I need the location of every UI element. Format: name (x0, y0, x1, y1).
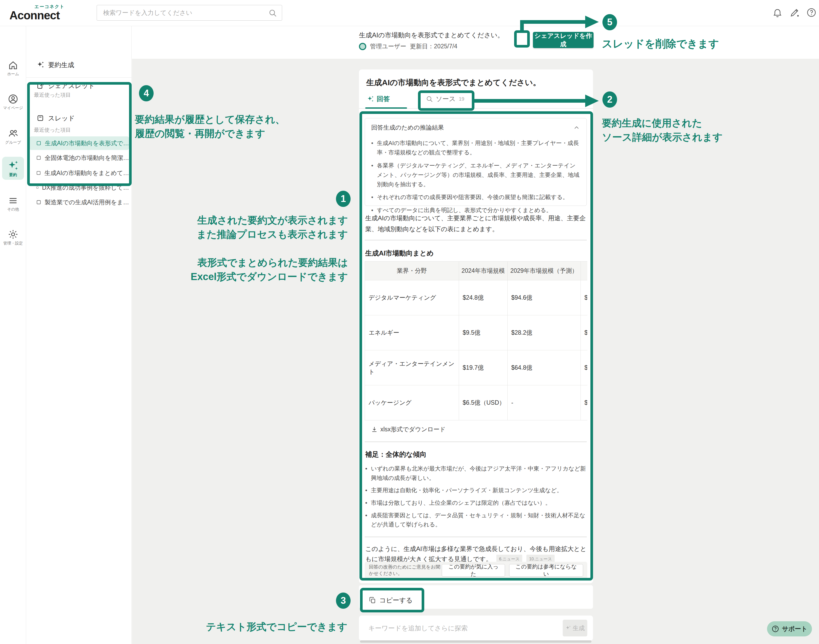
annotation-text-3: テキスト形式でコピーできます (180, 620, 347, 634)
sparkles-icon (367, 95, 374, 103)
composer: 生成 (359, 615, 593, 641)
thread-icon (36, 170, 41, 176)
history-item[interactable]: DX推進の成功事例を抜粋して… (29, 181, 129, 195)
supplement-bullet: 成長阻害要因としては、データ品質・セキュリティ・規制・知財・技術人材不足などが共… (371, 511, 587, 529)
sidebar-item-mypage[interactable]: マイページ (0, 94, 26, 110)
global-search (97, 5, 282, 21)
market-table[interactable]: 業界・分野 2024年市場規模 2029年市場規模（予測） 20 デジタルマーケ… (365, 261, 587, 421)
thread-icon (37, 114, 44, 122)
answer-card: 生成AIの市場動向を表形式でまとめてください。 回答 ソース 19 回答生成のた… (359, 69, 593, 583)
sidebar-item-other[interactable]: その他 (0, 195, 26, 212)
sparkles-icon (37, 61, 44, 69)
support-button[interactable]: サポート (767, 621, 812, 636)
share-thread-icon (37, 82, 44, 90)
answer-title: 生成AIの市場動向を表形式でまとめてください。 (366, 77, 541, 88)
create-share-thread-button[interactable]: シェアスレッドを作成 (533, 32, 594, 48)
thread-icon (36, 155, 41, 161)
mypage-icon (8, 94, 18, 104)
download-icon (371, 426, 378, 433)
annotation-box-more (514, 30, 530, 48)
divider (365, 240, 587, 240)
thread-icon (36, 140, 42, 147)
col-header: 20 (581, 262, 587, 280)
thread-prompt: 生成AIの市場動向を表形式でまとめてください。 (359, 31, 504, 40)
thread-user: 管理ユーザー (370, 42, 406, 51)
top-bar: エーコネクト Aconnect (0, 0, 819, 26)
reasoning-title: 回答生成のための推論結果 (371, 124, 444, 132)
supplement-bullet: 主要用途は自動化・効率化・パーソナライズ・新規コンテンツ生成など。 (371, 486, 563, 495)
sidebar-item-summary-generate[interactable]: 要約生成 (26, 58, 132, 72)
brand-name: Aconnect (9, 10, 77, 21)
sparkles-icon (565, 625, 571, 631)
annotation-text-5: スレッドを削除できます (602, 37, 719, 51)
reasoning-bullet: それぞれの市場での成長要因や阻害要因、今後の展望も簡潔に記載する。 (377, 193, 569, 202)
reasoning-bullet: 生成AIの市場動向について、業界別・用途別・地域別・主要プレイヤー・成長率・市場… (377, 138, 580, 158)
chevron-up-icon[interactable] (573, 124, 580, 132)
tab-active-underline (365, 107, 407, 109)
download-xlsx-link[interactable]: xlsx形式でダウンロード (371, 425, 446, 434)
sidebar-item-summary[interactable]: 要約 (0, 160, 26, 177)
feedback-pen-icon[interactable] (790, 7, 800, 18)
summary-sidebar: 要約生成 シェアスレッド 最近使った項目 スレッド 最近使った項目 生成AIの市… (26, 26, 132, 644)
annotation-text-4: 要約結果が履歴として保存され、 履歴の閲覧・再開ができます (135, 112, 285, 141)
sidebar-item-group[interactable]: グループ (0, 128, 26, 145)
table-row: エネルギー $9.5億 $28.2億 $8 (365, 315, 587, 350)
feedback-dislike-button[interactable]: この要約は参考にならない (509, 564, 583, 577)
recent-items-label: 最近使った項目 (34, 92, 128, 98)
copy-icon (369, 596, 376, 604)
history-item[interactable]: 生成AIの市場動向をまとめて… (29, 166, 129, 180)
annotation-number-4: 4 (139, 85, 153, 101)
thread-updated: 更新日：2025/7/4 (410, 42, 457, 51)
search-input[interactable] (103, 5, 262, 20)
table-row: デジタルマーケティング $24.8億 $94.6億 $3 (365, 280, 587, 315)
sparkles-icon (7, 160, 19, 172)
tab-source[interactable]: ソース 19 (426, 95, 464, 103)
source-count: 19 (459, 96, 464, 102)
table-header-row: 業界・分野 2024年市場規模 2029年市場規模（予測） 20 (365, 262, 587, 280)
reasoning-bullet: 各業界（デジタルマーケティング、エネルギー、メディア・エンターテインメント、パッ… (377, 161, 580, 189)
feedback-like-button[interactable]: この要約が気に入った (442, 564, 505, 577)
help-icon[interactable] (806, 7, 817, 18)
feedback-bar: 回答の改善のためにご意見をお聞かせください。 この要約が気に入った この要約は参… (365, 562, 587, 579)
divider (365, 442, 587, 442)
supplement-list: •いずれの業界も北米が最大市場だが、今後はアジア太平洋・中東・アフリカなど新興地… (365, 461, 587, 529)
thread-icon (36, 199, 41, 205)
composer-input[interactable] (368, 615, 551, 641)
sidebar-item-thread[interactable]: スレッド (26, 111, 132, 125)
sidebar-item-home[interactable]: ホーム (0, 60, 26, 77)
col-header: 2029年市場規模（予測） (508, 262, 581, 280)
menu-lines-icon (8, 195, 18, 206)
brand-logo[interactable]: エーコネクト Aconnect (9, 4, 77, 23)
avatar (359, 43, 366, 50)
history-item[interactable]: 生成AIの市場動向を表形式で… (29, 136, 129, 150)
divider (365, 537, 587, 537)
table-row: パッケージング $6.5億（USD） - $5 (365, 385, 587, 420)
col-header: 業界・分野 (365, 262, 459, 280)
divider (26, 77, 132, 78)
feedback-prompt: 回答の改善のためにご意見をお聞かせください。 (369, 564, 442, 577)
annotation-number-3: 3 (336, 592, 351, 609)
sidebar-item-settings[interactable]: 管理・設定 (0, 229, 26, 246)
table-title: 生成AI市場動向まとめ (365, 249, 434, 258)
search-icon (268, 9, 277, 17)
home-icon (8, 60, 18, 71)
search-icon (426, 95, 433, 103)
supplement-title: 補足：全体的な傾向 (365, 450, 426, 459)
generate-button[interactable]: 生成 (563, 620, 587, 636)
history-item[interactable]: 製造業での生成AI活用例をま… (29, 195, 129, 209)
horizontal-scrollbar[interactable] (360, 640, 592, 643)
nav-rail: ホーム マイページ グループ 要約 その他 管理・設定 Labs (0, 26, 26, 644)
group-icon (8, 128, 18, 139)
table-row: メディア・エンターテインメント $19.7億 $64.8億 $2 (365, 350, 587, 385)
supplement-bullet: 市場は分散しており、上位企業のシェアは限定的（寡占ではない）。 (371, 498, 551, 508)
annotation-number-2: 2 (603, 92, 617, 107)
history-item[interactable]: 全固体電池の市場動向を簡潔… (29, 151, 129, 165)
thread-icon (36, 184, 39, 191)
help-icon (771, 625, 779, 633)
copy-button[interactable]: コピーする (360, 588, 424, 612)
supplement-bullet: いずれの業界も北米が最大市場だが、今後はアジア太平洋・中東・アフリカなど新興地域… (371, 464, 587, 483)
tab-answer[interactable]: 回答 (367, 95, 390, 103)
sidebar-item-share-thread[interactable]: シェアスレッド (26, 79, 132, 92)
notifications-icon[interactable] (772, 7, 783, 18)
annotation-text-1: 生成された要約文が表示されます また推論プロセスも表示されます 表形式でまとめら… (180, 213, 348, 284)
